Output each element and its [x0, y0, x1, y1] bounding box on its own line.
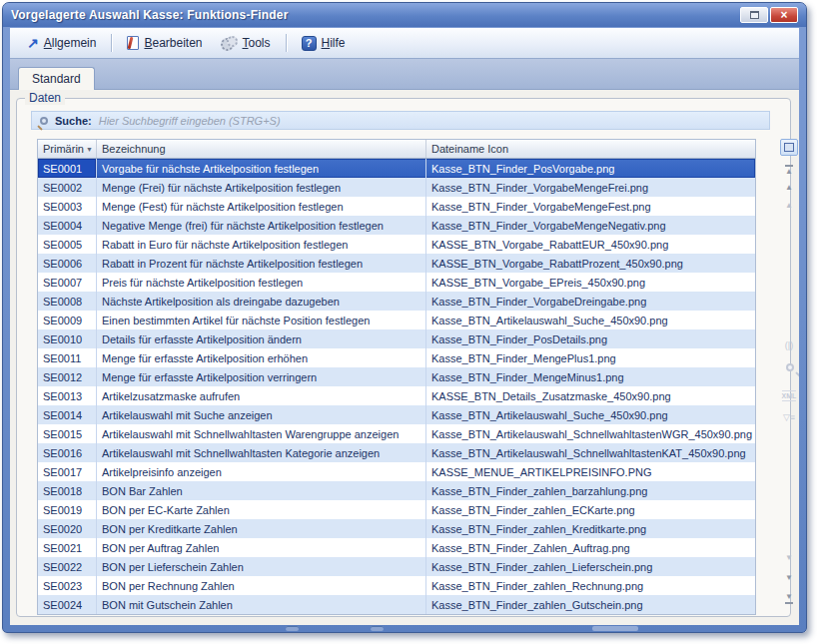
table-cell: SE0021	[38, 538, 97, 557]
table-row[interactable]: SE0002Menge (Frei) für nächste Artikelpo…	[38, 178, 755, 197]
table-cell: BON per Auftrag Zahlen	[97, 538, 426, 557]
table-row[interactable]: SE0007Preis für nächste Artikelposition …	[38, 273, 755, 292]
table-cell: BON mit Gutschein Zahlen	[97, 595, 426, 614]
column-header-bezeichnung[interactable]: Bezeichnung	[97, 140, 426, 158]
table-body: SE0001Vorgabe für nächste Artikelpositio…	[38, 159, 755, 614]
resize-grip[interactable]	[371, 626, 384, 631]
tab-standard[interactable]: Standard	[18, 67, 95, 90]
close-button[interactable]: ×	[770, 7, 798, 23]
table-cell: SE0010	[38, 329, 97, 348]
toolbar-separator	[286, 34, 287, 52]
table-row[interactable]: SE0006Rabatt in Prozent für nächste Arti…	[38, 254, 755, 273]
column-header-primary-key[interactable]: Primärin ▼	[38, 140, 97, 158]
app-window: Vorgelagerte Auswahl Kasse: Funktions-Fi…	[2, 2, 807, 633]
table-cell: SE0023	[38, 576, 97, 595]
resize-grip[interactable]	[286, 626, 299, 631]
grid-side-panel: ▲ ▲ ▲ (|) XML ▽≡ ▼ ▼ ▼	[778, 139, 799, 625]
tab-page: Daten Suche: Hier Suchbegriff eingeben (…	[10, 89, 799, 625]
table-row[interactable]: SE0017Artikelpreisinfo anzeigenKASSE_MEN…	[38, 462, 755, 481]
scroll-first-button[interactable]: ▲	[780, 163, 798, 177]
table-row[interactable]: SE0004Negative Menge (frei) für nächste …	[38, 216, 755, 235]
table-cell: Kasse_BTN_Finder_VorgabeMengeFrei.png	[426, 178, 755, 197]
table-cell: SE0009	[38, 311, 97, 329]
filter-icon[interactable]: ▽≡	[780, 410, 798, 424]
table-cell: SE0006	[38, 254, 97, 273]
toolbar-label: Tools	[243, 36, 271, 50]
table-cell: Kasse_BTN_Finder_VorgabeMengeNegativ.png	[426, 216, 755, 235]
scroll-last-button[interactable]: ▼	[780, 591, 798, 605]
table-cell: BON Bar Zahlen	[97, 481, 426, 500]
table-cell: Kasse_BTN_Artikelauswahl_Suche_450x90.pn…	[426, 311, 755, 329]
scroll-up-button[interactable]: ▲	[780, 199, 798, 213]
table-cell: Artikelauswahl mit Suche anzeigen	[97, 405, 426, 424]
table-row[interactable]: SE0014Artikelauswahl mit Suche anzeigenK…	[38, 405, 755, 424]
table-row[interactable]: SE0001Vorgabe für nächste Artikelpositio…	[38, 159, 755, 178]
table-row[interactable]: SE0019BON per EC-Karte ZahlenKasse_BTN_F…	[38, 500, 755, 519]
restore-icon	[750, 11, 759, 19]
table-cell: SE0003	[38, 197, 97, 216]
table-row[interactable]: SE0012Menge für erfasste Artikelposition…	[38, 367, 755, 386]
table-row[interactable]: SE0020BON per Kreditkarte ZahlenKasse_BT…	[38, 519, 755, 538]
search-icon	[40, 117, 48, 125]
table-cell: BON per Lieferschein Zahlen	[97, 557, 426, 576]
table-cell: BON per EC-Karte Zahlen	[97, 500, 426, 519]
table-cell: SE0018	[38, 481, 97, 500]
toolbar-label: Allgemein	[44, 36, 97, 50]
table-cell: Nächste Artikelposition als dreingabe da…	[97, 292, 426, 311]
table-row[interactable]: SE0010Details für erfasste Artikelpositi…	[38, 329, 755, 348]
table-cell: Kasse_BTN_Finder_zahlen_Lieferschein.png	[426, 557, 755, 576]
toolbar-button-bearbeiten[interactable]: Bearbeiten	[120, 33, 209, 53]
table-row[interactable]: SE0022BON per Lieferschein ZahlenKasse_B…	[38, 557, 755, 576]
table-row[interactable]: SE0024BON mit Gutschein ZahlenKasse_BTN_…	[38, 595, 755, 614]
table-row[interactable]: SE0008Nächste Artikelposition als dreing…	[38, 292, 755, 311]
toolbar-button-hilfe[interactable]: ? Hilfe	[295, 33, 353, 54]
table-cell: BON per Rechnung Zahlen	[97, 576, 426, 595]
column-chooser-button[interactable]	[780, 139, 798, 156]
resize-grip[interactable]	[592, 626, 638, 631]
edit-document-icon	[127, 36, 139, 50]
xml-icon[interactable]: XML	[780, 388, 798, 402]
toolbar-button-allgemein[interactable]: ↗ Allgemein	[20, 33, 103, 53]
scroll-page-up-button[interactable]: ▲	[780, 181, 798, 195]
search-label: Suche:	[55, 115, 92, 127]
toolbar-button-tools[interactable]: Tools	[214, 33, 278, 54]
table-header: Primärin ▼ Bezeichnung Dateiname Icon	[38, 140, 755, 159]
table-cell: SE0020	[38, 519, 97, 538]
table-cell: Kasse_BTN_Finder_PosVorgabe.png	[426, 159, 755, 178]
grouping-icon[interactable]: (|)	[780, 338, 798, 352]
title-bar[interactable]: Vorgelagerte Auswahl Kasse: Funktions-Fi…	[3, 3, 806, 27]
table-cell: Rabatt in Euro für nächste Artikelpositi…	[97, 235, 426, 254]
table-row[interactable]: SE0009Einen bestimmten Artikel für nächs…	[38, 311, 755, 329]
zoom-icon[interactable]	[780, 360, 798, 374]
table-row[interactable]: SE0003Menge (Fest) für nächste Artikelpo…	[38, 197, 755, 216]
table-cell: Kasse_BTN_Finder_zahlen_Gutschein.png	[426, 595, 755, 614]
table-row[interactable]: SE0016Artikelauswahl mit Schnellwahltast…	[38, 443, 755, 462]
daten-groupbox: Daten Suche: Hier Suchbegriff eingeben (…	[16, 98, 791, 617]
table-row[interactable]: SE0013Artikelzusatzmaske aufrufenKASSE_B…	[38, 386, 755, 405]
search-placeholder: Hier Suchbegriff eingeben (STRG+S)	[99, 115, 281, 127]
window-title: Vorgelagerte Auswahl Kasse: Funktions-Fi…	[11, 8, 740, 22]
table-row[interactable]: SE0011Menge für erfasste Artikelposition…	[38, 348, 755, 367]
table-cell: KASSE_BTN_Vorgabe_EPreis_450x90.png	[426, 273, 755, 292]
table-cell: SE0017	[38, 462, 97, 481]
table-cell: Kasse_BTN_Finder_VorgabeDreingabe.png	[426, 292, 755, 311]
tab-strip: Standard	[10, 59, 799, 89]
column-header-dateiname-icon[interactable]: Dateiname Icon	[426, 140, 755, 158]
arrow-ne-icon: ↗	[27, 36, 39, 50]
sort-indicator-icon: ▼	[86, 146, 93, 153]
table-cell: KASSE_BTN_Vorgabe_RabattEUR_450x90.png	[426, 235, 755, 254]
table-cell: KASSE_BTN_Vorgabe_RabattProzent_450x90.p…	[426, 254, 755, 273]
table-row[interactable]: SE0005Rabatt in Euro für nächste Artikel…	[38, 235, 755, 254]
scroll-down-button[interactable]: ▼	[780, 551, 798, 565]
search-input[interactable]: Suche: Hier Suchbegriff eingeben (STRG+S…	[31, 111, 770, 130]
restore-button[interactable]	[740, 7, 768, 23]
scroll-page-down-button[interactable]: ▼	[780, 571, 798, 585]
table-cell: SE0005	[38, 235, 97, 254]
table-cell: Menge für erfasste Artikelposition verri…	[97, 367, 426, 386]
table-row[interactable]: SE0023BON per Rechnung ZahlenKasse_BTN_F…	[38, 576, 755, 595]
table-row[interactable]: SE0018BON Bar ZahlenKasse_BTN_Finder_zah…	[38, 481, 755, 500]
table-row[interactable]: SE0015Artikelauswahl mit Schnellwahltast…	[38, 424, 755, 443]
table-row[interactable]: SE0021BON per Auftrag ZahlenKasse_BTN_Fi…	[38, 538, 755, 557]
toolbar-label: Hilfe	[322, 36, 346, 50]
table-cell: Kasse_BTN_Artikelauswahl_Schnellwahltast…	[426, 443, 755, 462]
